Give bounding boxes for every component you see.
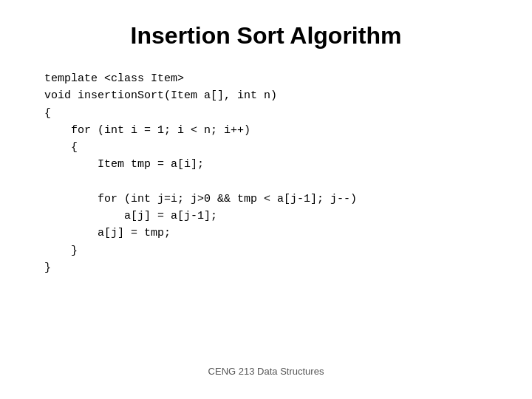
page-title: Insertion Sort Algorithm (131, 22, 402, 50)
code-line: { (44, 139, 502, 156)
code-line: a[j] = tmp; (44, 225, 502, 242)
code-line: Item tmp = a[i]; (44, 156, 502, 173)
code-line: a[j] = a[j-1]; (44, 208, 502, 225)
code-line: for (int i = 1; i < n; i++) (44, 122, 502, 139)
code-line: { (44, 105, 502, 122)
code-line: for (int j=i; j>0 && tmp < a[j-1]; j--) (44, 191, 502, 208)
code-line: void insertionSort(Item a[], int n) (44, 87, 502, 104)
footer-label: CENG 213 Data Structures (208, 366, 324, 384)
code-block: template <class Item>void insertionSort(… (30, 70, 502, 276)
code-line: } (44, 259, 502, 276)
code-line (44, 174, 502, 191)
code-line: template <class Item> (44, 70, 502, 87)
code-line: } (44, 242, 502, 259)
